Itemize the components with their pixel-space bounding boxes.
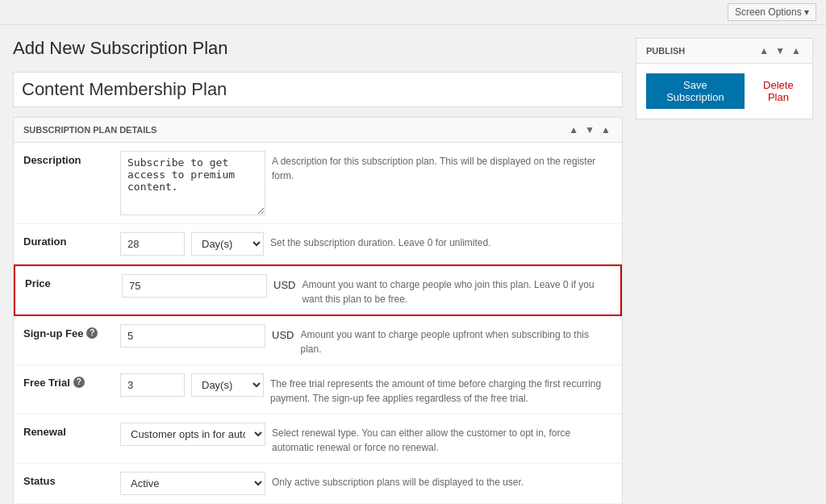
publish-collapse-down-button[interactable]: ▼ [774,45,786,56]
publish-collapse-up-button[interactable]: ▲ [757,45,770,56]
free-trial-info-icon[interactable]: ? [73,377,85,388]
signup-fee-info-icon[interactable]: ? [86,327,98,339]
save-subscription-button[interactable]: Save Subscription [646,73,745,109]
publish-header-controls: ▲ ▼ ▲ [757,45,803,56]
top-bar: Screen Options ▾ [0,0,826,25]
description-row: Description Subscribe to get access to p… [14,143,622,224]
free-trial-input[interactable] [120,373,185,397]
publish-header-label: PUBLISH [646,46,685,56]
renewal-label: Renewal [23,423,120,438]
signup-fee-hint: Amount you want to charge people upfront… [300,324,612,356]
duration-hint: Set the subscription duration. Leave 0 f… [270,232,612,250]
signup-fee-currency: USD [272,324,294,341]
page-title: Add New Subscription Plan [13,38,623,59]
status-hint: Only active subscription plans will be d… [272,472,612,489]
main-content: Add New Subscription Plan SUBSCRIPTION P… [0,25,826,504]
price-hint: Amount you want to charge people who joi… [302,274,611,306]
duration-unit-select[interactable]: Day(s) Week(s) Month(s) Year(s) [191,232,264,256]
publish-box: PUBLISH ▲ ▼ ▲ Save Subscription Delete P… [636,38,813,119]
publish-minimize-button[interactable]: ▲ [790,45,803,56]
details-header-label: SUBSCRIPTION PLAN DETAILS [23,125,156,135]
collapse-up-button[interactable]: ▲ [567,124,580,135]
details-header-controls: ▲ ▼ ▲ [567,124,612,135]
price-input[interactable] [122,274,267,298]
publish-actions: Save Subscription Delete Plan [636,64,812,119]
right-column: PUBLISH ▲ ▼ ▲ Save Subscription Delete P… [636,38,813,504]
renewal-row: Renewal Customer opts in for automatic r… [14,414,622,464]
duration-label: Duration [23,232,120,248]
free-trial-unit-select[interactable]: Day(s) Week(s) Month(s) Year(s) [191,373,264,397]
free-trial-label: Free Trial ? [23,373,120,389]
plan-name-input[interactable] [13,72,623,107]
renewal-hint: Select renewal type. You can either allo… [272,423,612,455]
free-trial-row: Free Trial ? Day(s) Week(s) Month(s) Yea… [14,365,622,414]
renewal-control: Customer opts in for automatic renewal F… [120,423,612,455]
duration-row: Duration Day(s) Week(s) Month(s) Year(s)… [14,224,622,264]
status-label: Status [23,472,120,487]
screen-options-button[interactable]: Screen Options ▾ [728,3,816,21]
free-trial-hint: The free trial represents the amount of … [270,373,612,406]
left-column: Add New Subscription Plan SUBSCRIPTION P… [13,38,623,504]
price-row: Price USD Amount you want to charge peop… [14,264,622,316]
description-textarea[interactable]: Subscribe to get access to premium conte… [120,151,265,215]
publish-header: PUBLISH ▲ ▼ ▲ [636,39,812,64]
delete-plan-button[interactable]: Delete Plan [754,79,803,103]
price-control: USD Amount you want to charge people who… [122,274,611,306]
signup-fee-control: USD Amount you want to charge people upf… [120,324,612,356]
renewal-select[interactable]: Customer opts in for automatic renewal F… [120,423,265,446]
price-currency: USD [273,274,295,291]
description-label: Description [23,151,120,166]
duration-control: Day(s) Week(s) Month(s) Year(s) Set the … [120,232,612,256]
description-hint: A description for this subscription plan… [272,151,612,183]
description-control: Subscribe to get access to premium conte… [120,151,612,215]
minimize-button[interactable]: ▲ [599,124,612,135]
signup-fee-input[interactable] [120,324,265,348]
status-row: Status Active Inactive Only active subsc… [14,464,622,504]
free-trial-control: Day(s) Week(s) Month(s) Year(s) The free… [120,373,612,406]
status-select[interactable]: Active Inactive [120,472,265,495]
duration-input[interactable] [120,232,185,256]
collapse-down-button[interactable]: ▼ [583,124,596,135]
details-section-header: SUBSCRIPTION PLAN DETAILS ▲ ▼ ▲ [14,118,622,143]
status-control: Active Inactive Only active subscription… [120,472,612,495]
details-section: SUBSCRIPTION PLAN DETAILS ▲ ▼ ▲ Descript… [13,117,623,504]
signup-fee-label: Sign-up Fee ? [23,324,120,339]
price-label: Price [25,274,122,289]
signup-fee-row: Sign-up Fee ? USD Amount you want to cha… [14,316,622,365]
